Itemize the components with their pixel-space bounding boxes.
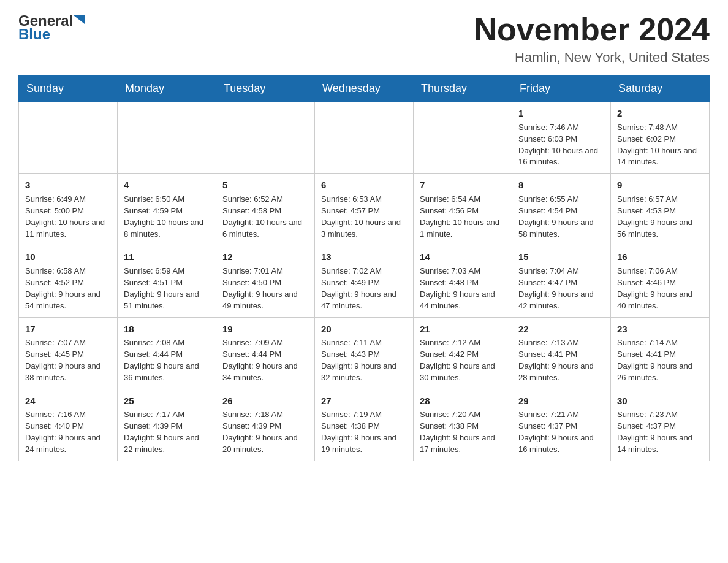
day-info: Sunrise: 7:09 AMSunset: 4:44 PMDaylight:… bbox=[222, 337, 308, 383]
day-number: 14 bbox=[420, 250, 506, 264]
day-number: 13 bbox=[321, 250, 407, 264]
day-info: Sunrise: 7:08 AMSunset: 4:44 PMDaylight:… bbox=[124, 337, 210, 383]
day-info: Sunrise: 7:20 AMSunset: 4:38 PMDaylight:… bbox=[420, 409, 506, 455]
day-number: 1 bbox=[518, 107, 604, 120]
day-header-tuesday: Tuesday bbox=[216, 76, 315, 102]
logo: General Blue bbox=[18, 12, 85, 43]
week-row-2: 3Sunrise: 6:49 AMSunset: 5:00 PMDaylight… bbox=[19, 174, 710, 245]
calendar-cell: 19Sunrise: 7:09 AMSunset: 4:44 PMDayligh… bbox=[216, 317, 315, 389]
title-area: November 2024 Hamlin, New York, United S… bbox=[474, 12, 710, 66]
day-info: Sunrise: 6:57 AMSunset: 4:53 PMDaylight:… bbox=[617, 194, 703, 240]
calendar-cell: 21Sunrise: 7:12 AMSunset: 4:42 PMDayligh… bbox=[414, 317, 512, 389]
day-header-wednesday: Wednesday bbox=[315, 76, 414, 102]
day-number: 24 bbox=[25, 394, 111, 408]
calendar-cell: 17Sunrise: 7:07 AMSunset: 4:45 PMDayligh… bbox=[19, 317, 118, 389]
day-number: 10 bbox=[25, 250, 111, 264]
day-info: Sunrise: 6:52 AMSunset: 4:58 PMDaylight:… bbox=[222, 194, 308, 240]
day-info: Sunrise: 7:03 AMSunset: 4:48 PMDaylight:… bbox=[420, 266, 506, 312]
day-info: Sunrise: 6:49 AMSunset: 5:00 PMDaylight:… bbox=[25, 194, 111, 240]
day-number: 11 bbox=[124, 250, 210, 264]
calendar-cell: 13Sunrise: 7:02 AMSunset: 4:49 PMDayligh… bbox=[315, 245, 414, 317]
day-number: 30 bbox=[617, 394, 703, 408]
day-number: 19 bbox=[222, 323, 308, 336]
calendar-cell: 2Sunrise: 7:48 AMSunset: 6:02 PMDaylight… bbox=[611, 102, 710, 174]
calendar-cell: 15Sunrise: 7:04 AMSunset: 4:47 PMDayligh… bbox=[512, 245, 611, 317]
day-info: Sunrise: 6:53 AMSunset: 4:57 PMDaylight:… bbox=[321, 194, 407, 240]
calendar-cell: 29Sunrise: 7:21 AMSunset: 4:37 PMDayligh… bbox=[512, 389, 611, 461]
day-header-sunday: Sunday bbox=[19, 76, 118, 102]
day-number: 12 bbox=[222, 250, 308, 264]
calendar-cell: 30Sunrise: 7:23 AMSunset: 4:37 PMDayligh… bbox=[611, 389, 710, 461]
day-info: Sunrise: 7:23 AMSunset: 4:37 PMDaylight:… bbox=[617, 409, 703, 455]
day-number: 25 bbox=[124, 394, 210, 408]
calendar-cell: 24Sunrise: 7:16 AMSunset: 4:40 PMDayligh… bbox=[19, 389, 118, 461]
day-header-friday: Friday bbox=[512, 76, 611, 102]
day-number: 3 bbox=[25, 178, 111, 192]
calendar-cell: 26Sunrise: 7:18 AMSunset: 4:39 PMDayligh… bbox=[216, 389, 315, 461]
calendar-cell bbox=[315, 102, 414, 174]
day-info: Sunrise: 7:04 AMSunset: 4:47 PMDaylight:… bbox=[518, 266, 604, 312]
day-info: Sunrise: 7:18 AMSunset: 4:39 PMDaylight:… bbox=[222, 409, 308, 455]
calendar-cell: 9Sunrise: 6:57 AMSunset: 4:53 PMDaylight… bbox=[611, 174, 710, 245]
calendar-cell: 1Sunrise: 7:46 AMSunset: 6:03 PMDaylight… bbox=[512, 102, 611, 174]
week-row-5: 24Sunrise: 7:16 AMSunset: 4:40 PMDayligh… bbox=[19, 389, 710, 461]
day-info: Sunrise: 6:50 AMSunset: 4:59 PMDaylight:… bbox=[124, 194, 210, 240]
day-number: 29 bbox=[518, 394, 604, 408]
day-info: Sunrise: 7:21 AMSunset: 4:37 PMDaylight:… bbox=[518, 409, 604, 455]
day-number: 17 bbox=[25, 323, 111, 336]
day-number: 8 bbox=[518, 178, 604, 192]
day-number: 15 bbox=[518, 250, 604, 264]
calendar-cell bbox=[216, 102, 315, 174]
day-number: 16 bbox=[617, 250, 703, 264]
calendar-cell: 10Sunrise: 6:58 AMSunset: 4:52 PMDayligh… bbox=[19, 245, 118, 317]
calendar-cell: 11Sunrise: 6:59 AMSunset: 4:51 PMDayligh… bbox=[118, 245, 216, 317]
day-number: 18 bbox=[124, 323, 210, 336]
calendar-cell bbox=[118, 102, 216, 174]
calendar-cell: 14Sunrise: 7:03 AMSunset: 4:48 PMDayligh… bbox=[414, 245, 512, 317]
day-info: Sunrise: 7:46 AMSunset: 6:03 PMDaylight:… bbox=[518, 122, 604, 168]
day-header-saturday: Saturday bbox=[611, 76, 710, 102]
week-row-4: 17Sunrise: 7:07 AMSunset: 4:45 PMDayligh… bbox=[19, 317, 710, 389]
calendar-cell: 16Sunrise: 7:06 AMSunset: 4:46 PMDayligh… bbox=[611, 245, 710, 317]
calendar-cell: 28Sunrise: 7:20 AMSunset: 4:38 PMDayligh… bbox=[414, 389, 512, 461]
week-row-3: 10Sunrise: 6:58 AMSunset: 4:52 PMDayligh… bbox=[19, 245, 710, 317]
day-info: Sunrise: 6:54 AMSunset: 4:56 PMDaylight:… bbox=[420, 194, 506, 240]
calendar-cell: 25Sunrise: 7:17 AMSunset: 4:39 PMDayligh… bbox=[118, 389, 216, 461]
calendar-cell: 6Sunrise: 6:53 AMSunset: 4:57 PMDaylight… bbox=[315, 174, 414, 245]
page-header: General Blue November 2024 Hamlin, New Y… bbox=[18, 12, 710, 66]
day-info: Sunrise: 7:14 AMSunset: 4:41 PMDaylight:… bbox=[617, 337, 703, 383]
day-info: Sunrise: 7:02 AMSunset: 4:49 PMDaylight:… bbox=[321, 266, 407, 312]
calendar-cell: 18Sunrise: 7:08 AMSunset: 4:44 PMDayligh… bbox=[118, 317, 216, 389]
calendar-cell bbox=[414, 102, 512, 174]
day-header-monday: Monday bbox=[118, 76, 216, 102]
calendar-title: November 2024 bbox=[474, 12, 710, 47]
svg-marker-0 bbox=[74, 15, 85, 24]
day-headers-row: SundayMondayTuesdayWednesdayThursdayFrid… bbox=[19, 76, 710, 102]
day-info: Sunrise: 7:17 AMSunset: 4:39 PMDaylight:… bbox=[124, 409, 210, 455]
day-number: 5 bbox=[222, 178, 308, 192]
day-info: Sunrise: 7:01 AMSunset: 4:50 PMDaylight:… bbox=[222, 266, 308, 312]
day-number: 26 bbox=[222, 394, 308, 408]
calendar-cell bbox=[19, 102, 118, 174]
day-number: 7 bbox=[420, 178, 506, 192]
calendar-cell: 12Sunrise: 7:01 AMSunset: 4:50 PMDayligh… bbox=[216, 245, 315, 317]
calendar-cell: 22Sunrise: 7:13 AMSunset: 4:41 PMDayligh… bbox=[512, 317, 611, 389]
day-info: Sunrise: 6:58 AMSunset: 4:52 PMDaylight:… bbox=[25, 266, 111, 312]
day-number: 9 bbox=[617, 178, 703, 192]
day-info: Sunrise: 7:16 AMSunset: 4:40 PMDaylight:… bbox=[25, 409, 111, 455]
day-info: Sunrise: 7:48 AMSunset: 6:02 PMDaylight:… bbox=[617, 122, 703, 168]
logo-arrow-icon bbox=[74, 15, 85, 27]
day-info: Sunrise: 7:07 AMSunset: 4:45 PMDaylight:… bbox=[25, 337, 111, 383]
day-info: Sunrise: 6:59 AMSunset: 4:51 PMDaylight:… bbox=[124, 266, 210, 312]
day-number: 20 bbox=[321, 323, 407, 336]
week-row-1: 1Sunrise: 7:46 AMSunset: 6:03 PMDaylight… bbox=[19, 102, 710, 174]
day-number: 6 bbox=[321, 178, 407, 192]
day-number: 4 bbox=[124, 178, 210, 192]
day-number: 2 bbox=[617, 107, 703, 120]
calendar-cell: 20Sunrise: 7:11 AMSunset: 4:43 PMDayligh… bbox=[315, 317, 414, 389]
day-number: 28 bbox=[420, 394, 506, 408]
calendar-table: SundayMondayTuesdayWednesdayThursdayFrid… bbox=[18, 75, 710, 461]
day-info: Sunrise: 6:55 AMSunset: 4:54 PMDaylight:… bbox=[518, 194, 604, 240]
day-info: Sunrise: 7:12 AMSunset: 4:42 PMDaylight:… bbox=[420, 337, 506, 383]
day-info: Sunrise: 7:19 AMSunset: 4:38 PMDaylight:… bbox=[321, 409, 407, 455]
